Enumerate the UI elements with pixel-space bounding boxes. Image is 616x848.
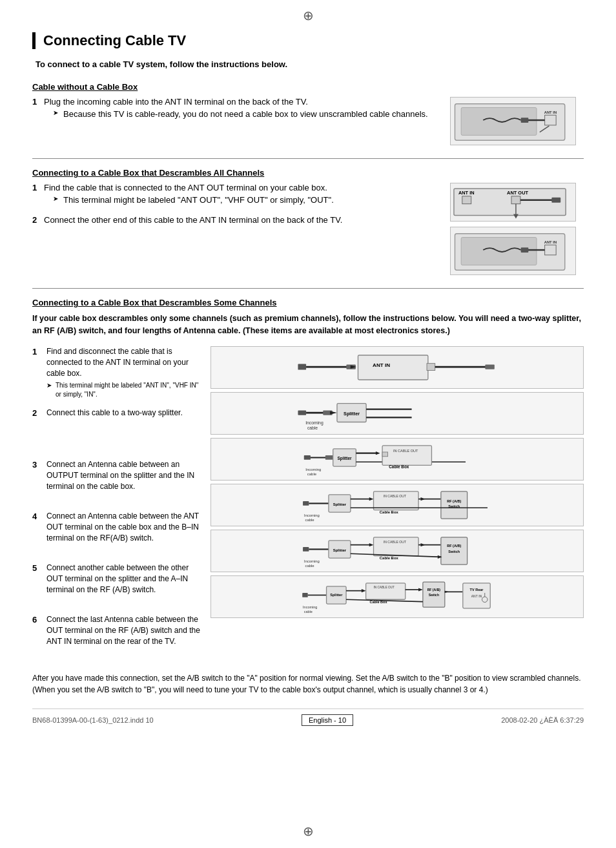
section-2-content: 1 Find the cable that is connected to th…	[32, 183, 584, 275]
svg-rect-91	[302, 593, 307, 597]
svg-text:RF (A/B): RF (A/B)	[427, 587, 441, 591]
step-number: 2	[32, 408, 41, 451]
diag-1: ANT IN	[210, 346, 584, 389]
svg-rect-17	[544, 245, 556, 255]
svg-text:RF (A/B): RF (A/B)	[447, 544, 461, 548]
section-2: Connecting to a Cable Box that Descrambl…	[32, 168, 584, 275]
svg-text:Cable Box: Cable Box	[389, 464, 409, 468]
svg-rect-25	[358, 355, 427, 380]
svg-rect-73	[303, 547, 309, 552]
svg-text:cable: cable	[307, 426, 318, 430]
svg-rect-42	[304, 455, 311, 460]
svg-text:Splitter: Splitter	[333, 548, 347, 552]
cablebox-svg: ANT IN ANT OUT	[451, 183, 575, 222]
section-1-header: Cable without a Cable Box	[32, 82, 584, 92]
section-3-intro: If your cable box descrambles only some …	[32, 313, 584, 337]
svg-text:Splitter: Splitter	[330, 593, 343, 597]
step-2-2: 2 Connect the other end of this cable to…	[32, 215, 429, 225]
step-text: Find the cable that is connected to the …	[44, 183, 327, 192]
step-content: Find and disconnect the cable that is co…	[46, 346, 200, 400]
svg-text:IN   CABLE   OUT: IN CABLE OUT	[384, 494, 406, 498]
svg-text:Incoming: Incoming	[304, 559, 320, 563]
svg-text:RF (A/B): RF (A/B)	[447, 499, 461, 502]
svg-marker-48	[376, 451, 380, 455]
svg-text:IN   CABLE   OUT: IN CABLE OUT	[374, 586, 395, 589]
diag-svg-1: ANT IN	[216, 349, 578, 386]
step-text: Connect the other end of this cable to t…	[44, 215, 342, 225]
footer-right: 2008-02-20 ¿ÀÈÄ 6:37:29	[501, 716, 584, 724]
diag-6: Incoming cable Splitter IN CABLE	[210, 575, 584, 618]
svg-rect-32	[298, 410, 306, 415]
svg-text:Cable Box: Cable Box	[380, 510, 399, 513]
step-3-4: 4 Connect an Antenna cable between the A…	[32, 511, 200, 555]
svg-rect-2	[544, 115, 556, 125]
svg-text:Splitter: Splitter	[333, 502, 347, 506]
svg-text:Incoming: Incoming	[303, 605, 317, 608]
step-content: Connect an Antenna cable between an OUTP…	[46, 459, 200, 503]
svg-text:IN   CABLE   OUT: IN CABLE OUT	[393, 448, 418, 452]
title-bar: Connecting Cable TV	[32, 32, 584, 49]
step-2-1: 1 Find the cable that is connected to th…	[32, 183, 429, 205]
cablebox-diagram: ANT IN ANT OUT	[450, 183, 576, 222]
divider-1	[32, 158, 584, 159]
svg-text:Cable Box: Cable Box	[380, 555, 399, 559]
page-title: Connecting Cable TV	[43, 32, 186, 49]
svg-text:Switch: Switch	[429, 593, 439, 597]
step-number: 3	[32, 459, 41, 503]
svg-marker-14	[513, 214, 518, 219]
divider-2	[32, 288, 584, 289]
svg-text:Incoming: Incoming	[304, 513, 320, 517]
svg-rect-20	[520, 247, 528, 253]
step-content: Connect this cable to a two-way splitter…	[46, 408, 183, 451]
section-1-content: 1 Plug the incoming cable into the ANT I…	[32, 97, 584, 145]
step-number: 1	[32, 346, 41, 400]
svg-text:IN   CABLE   OUT: IN CABLE OUT	[384, 540, 406, 544]
svg-text:Incoming: Incoming	[305, 420, 323, 426]
tv-rear-diagram-2: ANT IN	[450, 227, 576, 275]
tv-diagram-svg-2: ANT IN	[451, 227, 575, 274]
top-compass-icon: ⊕	[303, 8, 314, 23]
step-1-1: 1 Plug the incoming cable into the ANT I…	[32, 97, 429, 119]
step-arrow: Because this TV is cable-ready, you do n…	[44, 109, 429, 119]
step-number: 4	[32, 511, 41, 555]
svg-marker-96	[362, 589, 366, 592]
svg-text:ANT IN: ANT IN	[544, 240, 556, 244]
step-text: Plug the incoming cable into the ANT IN …	[44, 97, 308, 107]
svg-rect-56	[303, 501, 309, 506]
step-arrow: This terminal might be labeled "ANT OUT"…	[44, 195, 429, 205]
step-text: Find and disconnect the cable that is co…	[46, 347, 189, 378]
step-3-5: 5 Connect another cable between the othe…	[32, 563, 200, 606]
svg-text:Switch: Switch	[448, 549, 460, 553]
diag-svg-4: Incoming cable Splitter IN CABLE	[216, 487, 578, 523]
bottom-note: After you have made this connection, set…	[32, 672, 584, 696]
svg-text:ANT IN: ANT IN	[373, 362, 390, 368]
section-2-header: Connecting to a Cable Box that Descrambl…	[32, 168, 584, 178]
svg-rect-5	[520, 118, 528, 123]
diag-5: Incoming cable Splitter IN CABLE	[210, 530, 584, 572]
step-3-2: 2 Connect this cable to a two-way splitt…	[32, 408, 200, 451]
svg-text:cable: cable	[305, 563, 314, 567]
bottom-compass-icon: ⊕	[303, 823, 314, 839]
svg-text:ANT OUT: ANT OUT	[507, 190, 528, 196]
step-content: Connect an Antenna cable between the ANT…	[46, 511, 200, 555]
diag-svg-6: Incoming cable Splitter IN CABLE	[216, 579, 578, 615]
svg-marker-101	[418, 588, 423, 591]
svg-rect-21	[298, 364, 306, 369]
diag-2: Incoming cable Splitter	[210, 392, 584, 435]
step-3-3: 3 Connect an Antenna cable between an OU…	[32, 459, 200, 503]
section-3-header: Connecting to a Cable Box that Descrambl…	[32, 298, 584, 307]
diag-4: Incoming cable Splitter IN CABLE	[210, 484, 584, 526]
footer-left: BN68-01399A-00-(1-63)_0212.indd 10	[32, 716, 154, 724]
page-number: English - 10	[302, 714, 353, 726]
svg-rect-7	[462, 196, 471, 204]
diag-svg-5: Incoming cable Splitter IN CABLE	[216, 533, 578, 569]
svg-rect-12	[551, 198, 560, 203]
svg-text:cable: cable	[307, 471, 317, 475]
diagrams-column: ANT IN Incoming cable	[210, 346, 584, 666]
svg-text:Splitter: Splitter	[338, 455, 352, 460]
svg-marker-61	[369, 497, 374, 501]
step-number: 2	[32, 215, 37, 225]
svg-text:cable: cable	[305, 517, 314, 521]
step-number: 5	[32, 563, 41, 606]
svg-marker-78	[369, 543, 374, 546]
